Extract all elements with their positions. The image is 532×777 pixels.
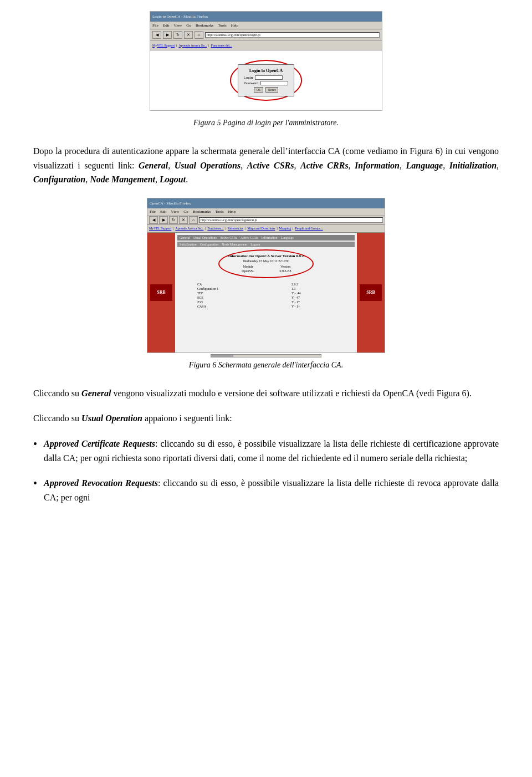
ca-menu-go: Go bbox=[183, 209, 188, 214]
ca-bm-funciones[interactable]: Funciones... bbox=[208, 227, 224, 230]
ca-menu-view: View bbox=[171, 209, 180, 214]
nav-active-csrs[interactable]: Active CSRs bbox=[220, 236, 237, 239]
link-language: Language bbox=[406, 161, 443, 170]
login-box: Login la OpenCA Login Password Ok bbox=[238, 64, 295, 96]
ca-data-table: CA 2.6.3 Configuration 1 1.1 TFE Y - .44 bbox=[195, 282, 337, 309]
ca-bm-people[interactable]: People and Groups... bbox=[295, 227, 323, 230]
login-input[interactable] bbox=[255, 75, 283, 80]
stop-btn[interactable]: ✕ bbox=[184, 31, 193, 39]
nav-aprende[interactable]: Aprende Acerca Se... bbox=[178, 44, 207, 47]
figure5-caption: Figura 5 Pagina di login per l'amministr… bbox=[193, 119, 339, 127]
row-val-tfe: Y - .44 bbox=[290, 292, 336, 295]
ca-fwd-btn[interactable]: ▶ bbox=[159, 216, 168, 224]
bullet-dot-1: • bbox=[33, 438, 37, 451]
nav-node-mgmt[interactable]: Node Management bbox=[222, 243, 247, 246]
ca-menu-tools: Tools bbox=[215, 209, 223, 214]
firefox-window-5: Login to OpenCA - Mozilla Firefox File E… bbox=[150, 12, 382, 110]
paragraph-general: Cliccando su General vengono visualizzat… bbox=[33, 386, 499, 401]
nav-usual-ops[interactable]: Usual Operations bbox=[193, 236, 217, 239]
login-field: Login bbox=[244, 75, 289, 80]
ca-bm-aprende[interactable]: Aprende Acerca Se... bbox=[175, 227, 203, 230]
usual-op-bold-text: Usual Operation bbox=[81, 413, 142, 423]
row-label-tfe: TFE bbox=[196, 292, 289, 295]
ca-bm-referencias[interactable]: Referencias bbox=[228, 227, 243, 230]
row-val-casa: Y - 1+ bbox=[290, 305, 336, 308]
general-bold-text: General bbox=[81, 388, 111, 398]
link-information: Information bbox=[355, 161, 400, 170]
paragraph-usual-op: Cliccando su Usual Operation appaiono i … bbox=[33, 411, 499, 426]
nav-myVEL[interactable]: MyVEL Support bbox=[152, 44, 175, 47]
ca-url-bar[interactable]: http://ca.unina.it/cgi-bin/openca/genera… bbox=[199, 217, 383, 223]
bullet-text-1: Approved Certificate Requests: cliccando… bbox=[44, 437, 499, 465]
ca-body-row: SRB General Usual Operations Active CSRs… bbox=[147, 233, 385, 352]
bullet-list: • Approved Certificate Requests: cliccan… bbox=[33, 437, 499, 504]
scrollbar-fig6 bbox=[211, 354, 321, 357]
ca-back-btn[interactable]: ◀ bbox=[149, 216, 158, 224]
table-row: SCE Y - 47 bbox=[196, 296, 336, 299]
link-node-management: Node Mangement bbox=[90, 175, 155, 184]
ca-bm-maps[interactable]: Maps and Directions bbox=[247, 227, 275, 230]
ca-menu-file: File bbox=[150, 209, 156, 214]
ca-menu-help: Help bbox=[228, 209, 236, 214]
password-field: Password bbox=[244, 81, 289, 85]
fwd-btn[interactable]: ▶ bbox=[163, 31, 172, 39]
figure5-container: Login to OpenCA - Mozilla Firefox File E… bbox=[33, 11, 499, 127]
ca-window-title: OpenCA - Mozilla Firefox bbox=[150, 201, 191, 206]
ca-menubar: File Edit View Go Bookmarks Tools Help bbox=[147, 208, 385, 216]
password-input[interactable] bbox=[260, 81, 288, 85]
menu-view: View bbox=[174, 23, 182, 28]
table-row: CA 2.6.3 bbox=[196, 283, 336, 286]
row-label-config: Configuration 1 bbox=[196, 287, 289, 290]
login-buttons: Ok Reset bbox=[244, 87, 289, 93]
link-active-csrs: Active CSRs bbox=[247, 161, 294, 170]
ca-bookmarks: MyVEL Support | Aprende Acerca Se... | F… bbox=[147, 225, 385, 233]
row-label-zvi: ZVI bbox=[196, 300, 289, 304]
nav-configuration[interactable]: Configuration bbox=[200, 243, 219, 246]
row-val-config: 1.1 bbox=[290, 287, 336, 290]
ca-module-header: Module bbox=[229, 265, 267, 268]
menubar-5: File Edit View Go Bookmarks Tools Help bbox=[150, 22, 382, 29]
page-content: Login to OpenCA - Mozilla Firefox File E… bbox=[33, 11, 499, 504]
nav-initialization[interactable]: Initialization bbox=[180, 243, 197, 246]
nav-general[interactable]: General bbox=[180, 236, 190, 239]
ca-main: General Usual Operations Active CSRs Act… bbox=[175, 233, 357, 352]
row-label-sce: SCE bbox=[196, 296, 289, 299]
link-general: General bbox=[139, 161, 168, 170]
table-row: TFE Y - .44 bbox=[196, 292, 336, 295]
menu-go: Go bbox=[186, 23, 191, 28]
ca-stop-btn[interactable]: ✕ bbox=[179, 216, 188, 224]
ca-url-text: http://ca.unina.it/cgi-bin/openca/genera… bbox=[201, 218, 257, 222]
ca-header: OpenCA - Mozilla Firefox bbox=[147, 198, 385, 208]
ca-bm-mapping[interactable]: Mapping bbox=[279, 227, 291, 230]
reload-btn[interactable]: ↻ bbox=[173, 31, 182, 39]
nav-active-crrs[interactable]: Active CRRs bbox=[241, 236, 258, 239]
figure6-container: OpenCA - Mozilla Firefox File Edit View … bbox=[33, 198, 499, 370]
ca-main-nav: General Usual Operations Active CSRs Act… bbox=[177, 235, 355, 241]
nav-language[interactable]: Language bbox=[281, 236, 294, 239]
menu-help: Help bbox=[231, 23, 239, 28]
ca-home-btn[interactable]: ⌂ bbox=[189, 216, 198, 224]
reset-button[interactable]: Reset bbox=[265, 87, 278, 93]
ok-button[interactable]: Ok bbox=[254, 87, 263, 93]
ca-logo-right: SRB bbox=[357, 233, 385, 352]
menu-edit: Edit bbox=[163, 23, 170, 28]
nav-ca-logout[interactable]: Logout bbox=[250, 243, 260, 246]
row-label-ca: CA bbox=[196, 283, 289, 286]
ca-toolbar: ◀ ▶ ↻ ✕ ⌂ http://ca.unina.it/cgi-bin/ope… bbox=[147, 216, 385, 225]
bullet-item-1: • Approved Certificate Requests: cliccan… bbox=[33, 437, 499, 465]
nav-information[interactable]: Information bbox=[262, 236, 278, 239]
titlebar-text-5: Login to OpenCA - Mozilla Firefox bbox=[152, 14, 208, 19]
ca-bm-myvel[interactable]: MyVEL Support bbox=[149, 227, 171, 230]
row-val-sce: Y - 47 bbox=[290, 296, 336, 299]
bullet-text-2: Approved Revocation Requests: cliccando … bbox=[44, 476, 499, 504]
bullet2-label: Approved Revocation Requests bbox=[44, 478, 158, 488]
paragraph1: Dopo la procedura di autenticazione appa… bbox=[33, 144, 499, 187]
ca-reload-btn[interactable]: ↻ bbox=[169, 216, 178, 224]
back-btn[interactable]: ◀ bbox=[152, 31, 161, 39]
scrollbar-thumb bbox=[211, 355, 233, 357]
content-5: Login la OpenCA Login Password Ok bbox=[150, 50, 382, 110]
bullet-dot-2: • bbox=[33, 477, 37, 490]
home-btn[interactable]: ⌂ bbox=[195, 31, 203, 39]
url-bar-5[interactable]: http://ca.unina.it/cgi-bin/openca/login.… bbox=[205, 32, 380, 38]
nav-funciones[interactable]: Funciones del... bbox=[211, 44, 232, 47]
